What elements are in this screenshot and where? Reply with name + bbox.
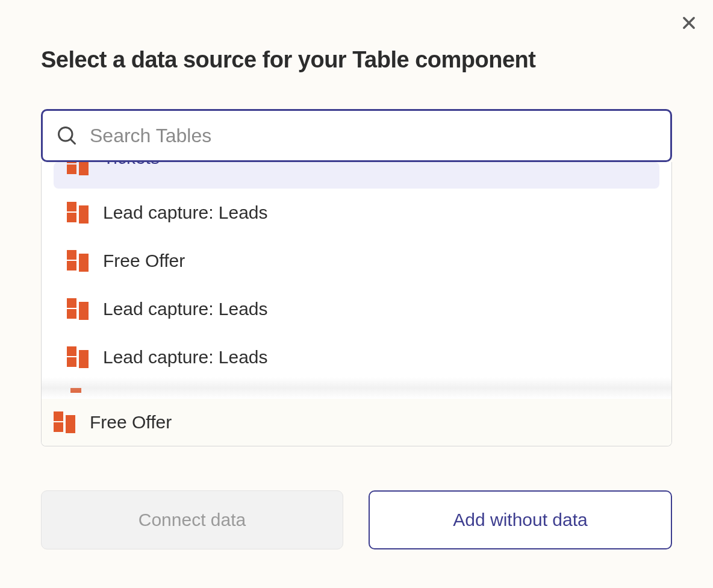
svg-point-2 xyxy=(59,128,73,142)
option-label: Lead capture: Leads xyxy=(103,299,268,319)
option-label: Lead capture: Leads xyxy=(103,347,268,367)
modal-title: Select a data source for your Table comp… xyxy=(41,47,535,73)
table-icon xyxy=(67,346,89,368)
table-icon xyxy=(67,202,89,224)
option-label: Lead capture: Leads xyxy=(103,202,268,223)
option-item[interactable]: Lead capture: Leads xyxy=(42,285,671,333)
table-icon xyxy=(70,388,81,393)
selected-option[interactable]: Free Offer xyxy=(42,399,671,446)
selected-label: Free Offer xyxy=(90,412,172,433)
option-item-peek xyxy=(42,388,671,398)
button-label: Connect data xyxy=(139,510,246,530)
option-label: Tickets xyxy=(103,162,160,168)
search-field[interactable] xyxy=(41,109,672,162)
search-icon xyxy=(56,125,78,146)
button-label: Add without data xyxy=(453,510,588,530)
connect-data-button: Connect data xyxy=(41,490,343,549)
option-label: Free Offer xyxy=(103,251,185,271)
option-item[interactable]: Lead capture: Leads xyxy=(42,189,671,237)
close-button[interactable] xyxy=(678,12,700,34)
svg-line-3 xyxy=(71,140,75,144)
close-icon xyxy=(680,14,697,31)
option-item[interactable]: Tickets xyxy=(54,162,659,189)
options-scroll[interactable]: Tickets Lead capture: Leads Free Offer L… xyxy=(42,162,671,398)
table-icon xyxy=(54,411,75,433)
options-dropdown: Tickets Lead capture: Leads Free Offer L… xyxy=(41,162,672,446)
table-icon xyxy=(67,298,89,320)
table-icon xyxy=(67,162,89,175)
modal-footer: Connect data Add without data xyxy=(41,490,672,549)
add-without-data-button[interactable]: Add without data xyxy=(369,490,672,549)
table-icon xyxy=(67,250,89,272)
option-item[interactable]: Lead capture: Leads xyxy=(42,333,671,381)
search-input[interactable] xyxy=(90,125,657,147)
option-item[interactable]: Free Offer xyxy=(42,237,671,285)
